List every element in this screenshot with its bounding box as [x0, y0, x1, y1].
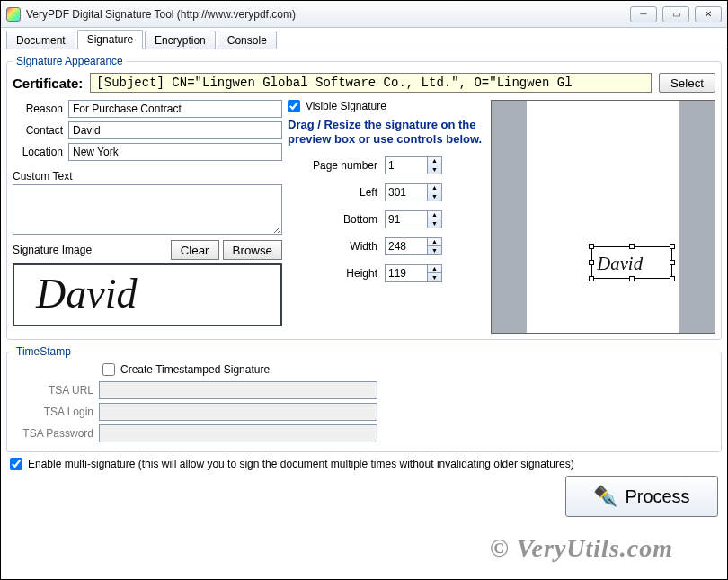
tab-strip: Document Signature Encryption Console	[1, 28, 727, 49]
spin-up-icon[interactable]: ▲	[428, 211, 441, 220]
spin-up-icon[interactable]: ▲	[428, 184, 441, 193]
title-bar: VeryPDF Digital Signature Tool (http://w…	[1, 1, 727, 28]
width-spinner[interactable]: ▲▼	[385, 237, 442, 255]
height-label: Height	[288, 267, 377, 280]
resize-handle-icon[interactable]	[589, 260, 594, 265]
spin-down-icon[interactable]: ▼	[428, 165, 441, 174]
window-title: VeryPDF Digital Signature Tool (http://w…	[26, 8, 296, 21]
reason-label: Reason	[13, 103, 63, 115]
tab-encryption[interactable]: Encryption	[145, 31, 216, 49]
spin-down-icon[interactable]: ▼	[428, 246, 441, 254]
left-label: Left	[288, 186, 377, 199]
tab-document[interactable]: Document	[6, 31, 75, 49]
resize-handle-icon[interactable]	[670, 276, 675, 281]
location-label: Location	[13, 146, 63, 158]
tsa-login-input	[99, 403, 377, 421]
resize-handle-icon[interactable]	[670, 260, 675, 265]
select-certificate-button[interactable]: Select	[659, 73, 715, 93]
page-preview[interactable]: David	[491, 100, 715, 334]
process-button[interactable]: ✒️ Process	[565, 476, 718, 517]
spin-down-icon[interactable]: ▼	[428, 192, 441, 201]
signature-placement[interactable]: David	[591, 246, 672, 279]
spin-down-icon[interactable]: ▼	[428, 273, 441, 281]
contact-input[interactable]	[68, 121, 282, 139]
height-input[interactable]	[385, 264, 428, 282]
custom-text-input[interactable]	[13, 184, 282, 235]
spin-down-icon[interactable]: ▼	[428, 219, 441, 228]
custom-text-label: Custom Text	[13, 170, 282, 183]
multi-signature-label: Enable multi-signature (this will allow …	[28, 458, 574, 470]
width-input[interactable]	[385, 237, 428, 255]
pen-icon: ✒️	[593, 485, 617, 508]
resize-handle-icon[interactable]	[589, 244, 594, 249]
drag-resize-instruction: Drag / Resize the signature on the previ…	[288, 118, 485, 147]
signature-image-preview: David	[13, 263, 282, 326]
spin-up-icon[interactable]: ▲	[428, 238, 441, 247]
signature-appearance-group: Signature Appearance Certificate: [Subje…	[6, 55, 722, 340]
process-button-label: Process	[625, 486, 689, 507]
visible-signature-checkbox[interactable]	[288, 100, 300, 112]
signature-text: David	[35, 271, 138, 317]
bottom-spinner[interactable]: ▲▼	[385, 210, 442, 228]
height-spinner[interactable]: ▲▼	[385, 264, 442, 282]
app-icon	[6, 7, 21, 22]
resize-handle-icon[interactable]	[629, 244, 635, 249]
tsa-password-input	[99, 424, 377, 442]
certificate-value: [Subject] CN="Lingwen Global Software Co…	[90, 73, 652, 93]
create-timestamped-label: Create Timestamped Signature	[120, 363, 270, 376]
maximize-button[interactable]: ▭	[662, 6, 689, 22]
contact-label: Contact	[13, 124, 63, 137]
bottom-input[interactable]	[385, 210, 428, 228]
spin-up-icon[interactable]: ▲	[428, 157, 441, 166]
minimize-button[interactable]: ─	[630, 6, 657, 22]
window-buttons: ─ ▭ ✕	[630, 6, 722, 22]
clear-signature-button[interactable]: Clear	[171, 240, 219, 260]
tab-console[interactable]: Console	[218, 31, 277, 49]
resize-handle-icon[interactable]	[629, 276, 635, 281]
visible-signature-label: Visible Signature	[306, 100, 386, 112]
tsa-password-label: TSA Password	[13, 427, 93, 440]
certificate-label: Certificate:	[13, 76, 83, 91]
tsa-url-label: TSA URL	[13, 384, 93, 397]
preview-signature-text: David	[596, 253, 643, 273]
multi-signature-checkbox[interactable]	[10, 458, 22, 470]
left-spinner[interactable]: ▲▼	[385, 183, 442, 201]
left-input[interactable]	[385, 183, 428, 201]
resize-handle-icon[interactable]	[670, 244, 675, 249]
bottom-label: Bottom	[288, 213, 377, 226]
page-number-spinner[interactable]: ▲▼	[385, 156, 442, 174]
resize-handle-icon[interactable]	[589, 276, 594, 281]
close-button[interactable]: ✕	[695, 6, 722, 22]
tsa-login-label: TSA Login	[13, 406, 93, 418]
timestamp-legend: TimeStamp	[13, 345, 75, 358]
create-timestamped-checkbox[interactable]	[102, 363, 115, 376]
tab-signature[interactable]: Signature	[77, 30, 143, 49]
reason-input[interactable]	[68, 100, 282, 118]
signature-appearance-legend: Signature Appearance	[13, 55, 127, 67]
timestamp-group: TimeStamp Create Timestamped Signature T…	[6, 345, 722, 452]
location-input[interactable]	[68, 143, 282, 161]
tsa-url-input	[99, 381, 377, 399]
browse-signature-button[interactable]: Browse	[223, 240, 282, 260]
page-number-input[interactable]	[385, 156, 428, 174]
watermark: © VeryUtils.com	[490, 534, 673, 563]
page-number-label: Page number	[288, 159, 377, 172]
signature-image-label: Signature Image	[13, 244, 167, 256]
width-label: Width	[288, 240, 377, 253]
preview-page[interactable]: David	[527, 101, 679, 333]
spin-up-icon[interactable]: ▲	[428, 265, 441, 274]
